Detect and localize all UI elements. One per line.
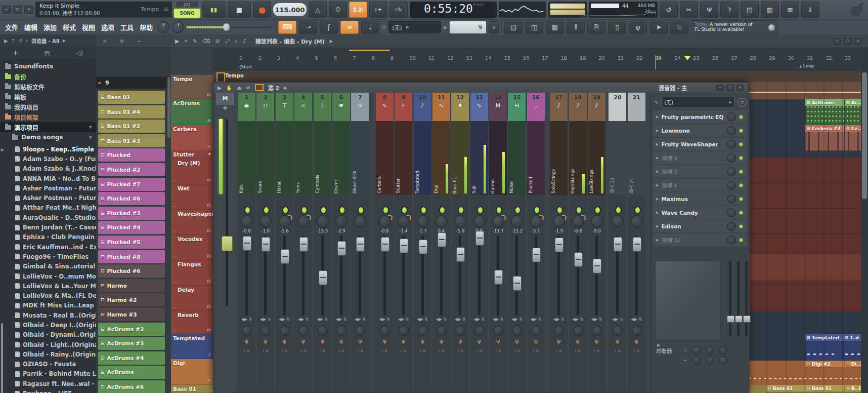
mixer-titlebar[interactable]: ▶ ✋ ⏏ ⏯ 宽 2 ▶ 混音器 - 主 ─ ▢ ✕ [213, 83, 748, 93]
fader-handle[interactable] [614, 237, 622, 252]
channel-pan-knob[interactable] [473, 215, 486, 227]
channel-fader[interactable] [414, 235, 431, 316]
channel-pan-knob[interactable] [317, 215, 329, 227]
pat-song-switch[interactable]: PAT SONG [174, 1, 200, 18]
track-menu-dots[interactable]: … [173, 279, 177, 284]
mixer-channel-strip[interactable]: 11 ∿ Digi 0.4 ◀▶ ⇅ ψ • ⊙ [432, 93, 450, 393]
channel-body[interactable]: HiHat [276, 121, 293, 195]
channel-mute-led[interactable] [439, 206, 446, 214]
channel-stereo-knob[interactable] [399, 326, 409, 336]
fader-handle[interactable] [513, 276, 522, 291]
mini-fader[interactable] [729, 261, 731, 337]
slot-mix-knob[interactable] [727, 194, 736, 204]
pattern-item[interactable]: ⊟ Plucked #2 [98, 163, 165, 176]
channel-header[interactable]: 13 ∿ [470, 93, 488, 121]
playlist-scrollbar[interactable] [861, 48, 868, 393]
playlist-clip[interactable]: ⊟Bass 01 [805, 385, 844, 393]
punch-in-marker[interactable]: In [655, 55, 662, 69]
mixer-channel-strip[interactable]: 18 ♪ HighStrings -6.8 ◀▶ ⇅ ψ • ⊙ [569, 93, 587, 393]
pattern-item[interactable]: ⊟ Plucked #7 [98, 178, 165, 191]
menu-help[interactable]: 帮助 [140, 22, 153, 32]
mixer-channel-strip[interactable]: 2 ⊜ Snare -1.0 ◀▶ ⇅ ψ • ⊙ [256, 93, 274, 393]
slot-enable-led[interactable] [740, 170, 743, 173]
browser-file-item[interactable]: AuraQualic - D..Studio Remix) [0, 213, 96, 222]
slot-arrow-icon[interactable]: ▶ [656, 224, 659, 228]
channel-header[interactable]: 8 ∿ [376, 93, 394, 121]
channel-body[interactable]: Noise [508, 121, 526, 195]
channel-fader[interactable] [351, 235, 369, 316]
track-header[interactable]: Reverb … ılı [171, 311, 213, 334]
fader-handle[interactable] [494, 270, 503, 285]
playhead-marker[interactable] [684, 56, 690, 60]
track-header[interactable]: Delay … ılı [171, 286, 213, 311]
browser-file-item[interactable]: Atthar Feat Me..t Night feeling [0, 203, 96, 213]
master-fader-track[interactable] [226, 119, 228, 306]
pause-button[interactable]: ▮▮ [202, 2, 226, 18]
menu-edit[interactable]: 编辑 [24, 22, 37, 32]
channel-stereo-knob[interactable] [380, 326, 390, 336]
channel-fader[interactable] [294, 235, 312, 316]
channel-fader[interactable] [238, 235, 255, 316]
track-menu-dots[interactable]: … [173, 352, 177, 357]
master-fader-handle[interactable] [222, 236, 233, 251]
channel-stereo-knob[interactable] [437, 326, 447, 336]
pattern-item[interactable]: ⊟ Plucked #4 [98, 221, 165, 234]
pattern-item[interactable]: ⊟ AcDrums #3 [98, 337, 165, 350]
channel-body[interactable]: 插入 21 [628, 121, 645, 195]
channel-header[interactable]: 20 [609, 93, 626, 121]
browser-file-item[interactable]: MDK ft Miss Lin..Leap of Faith [0, 301, 96, 310]
channel-rec-dots[interactable]: • ⊙ [294, 349, 312, 353]
channel-rec-dots[interactable]: • ⊙ [609, 349, 626, 353]
browser-file-item[interactable]: Ragasur ft. Nee..wal - Red Rani [0, 379, 96, 388]
oscilloscope[interactable] [499, 2, 546, 18]
playlist-clip[interactable]: ⊟Digi #2 [805, 361, 844, 368]
channel-header[interactable]: 18 ♪ [569, 93, 587, 121]
browser-folder-item[interactable]: 项目框架 ▼ [0, 112, 96, 122]
channel-pan-knob[interactable] [259, 215, 272, 227]
channel-rec-dots[interactable]: • ⊙ [351, 349, 369, 353]
channel-fader[interactable] [569, 235, 587, 316]
channel-stereo-sep[interactable]: ◀▶ ⇅ [470, 317, 488, 322]
channel-header[interactable]: 15 ⊟ [508, 93, 526, 121]
slot-mix-knob[interactable] [727, 112, 736, 122]
song-button[interactable]: SONG [174, 9, 200, 18]
pattern-item[interactable]: ⊟ AcDrums #4 [98, 351, 165, 365]
magnet-icon[interactable]: ∩ [382, 24, 386, 30]
channel-pan-knob[interactable] [612, 215, 624, 227]
channel-body[interactable]: Stutter [395, 121, 412, 195]
playlist-view-button[interactable]: ▤ [504, 21, 523, 34]
slot-arrow-icon[interactable]: ▶ [656, 183, 659, 187]
channel-stereo-knob[interactable] [355, 326, 365, 336]
channel-mute-led[interactable] [514, 206, 521, 214]
channel-rec-dots[interactable]: • ⊙ [451, 349, 469, 353]
channel-rec-dots[interactable]: • ⊙ [470, 349, 488, 353]
pattern-item[interactable]: ⊟ Bass 01 #2 [98, 120, 165, 133]
channel-fx-plug-icon[interactable]: ψ [376, 338, 394, 344]
plugin-slot[interactable]: ▶ 插槽 10 [654, 233, 747, 246]
track-menu-dots[interactable]: … [173, 119, 177, 123]
fader-handle[interactable] [633, 237, 641, 252]
channel-header[interactable]: 21 [628, 93, 645, 121]
playlist-close-button[interactable]: ✕ [854, 38, 862, 45]
channel-header[interactable]: 16 ◞ [527, 93, 545, 121]
channel-stereo-knob[interactable] [336, 326, 346, 336]
fader-handle[interactable] [475, 231, 484, 246]
playlist-clip[interactable]: ⊟AcDrums [805, 99, 844, 125]
pattern-selector[interactable]: 9 [450, 21, 486, 33]
track-header[interactable]: Digi … ∿ [171, 359, 213, 385]
channel-fx-plug-icon[interactable]: ψ [395, 338, 412, 344]
save-as-button[interactable]: ▥ [761, 2, 779, 18]
fader-handle[interactable] [400, 239, 408, 253]
channel-stereo-sep[interactable]: ◀▶ ⇅ [527, 317, 545, 322]
playlist-preview-icon[interactable]: ♪ [243, 38, 246, 45]
pat-button[interactable]: PAT [176, 2, 198, 9]
channel-stereo-knob[interactable] [632, 326, 642, 336]
send-display-pad[interactable]: ▶ [655, 261, 721, 341]
slot-mix-knob[interactable] [727, 222, 736, 231]
channel-pan-knob[interactable] [379, 215, 391, 227]
mixer-master-strip[interactable]: M ✛ [216, 93, 234, 393]
channel-header[interactable]: 2 ⊜ [256, 93, 274, 121]
browser-up-icon[interactable]: ↑ [11, 38, 15, 44]
channel-body[interactable]: Ghost Kick [351, 121, 369, 195]
channel-fx-plug-icon[interactable]: ψ [489, 338, 507, 344]
